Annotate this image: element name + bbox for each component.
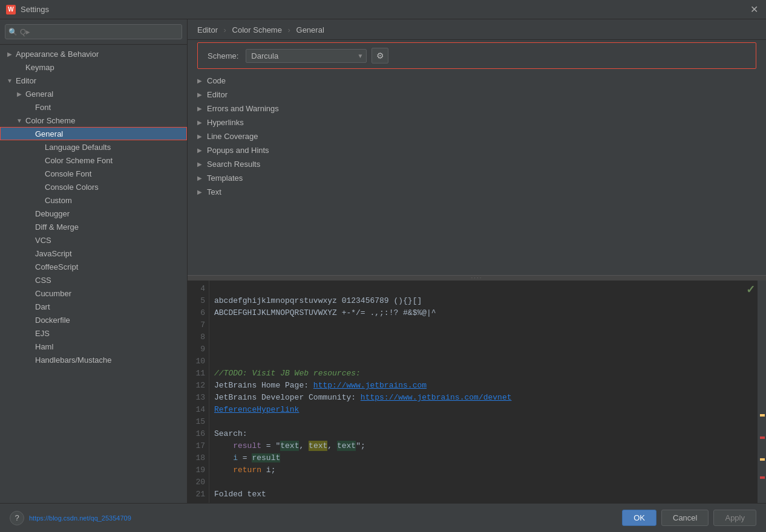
settings-item-text[interactable]: ▶ Text [188, 185, 766, 199]
var-i: i [233, 453, 238, 462]
sidebar-item-css[interactable]: CSS [0, 273, 187, 287]
sidebar-item-label: Language Defaults [45, 143, 111, 152]
sidebar-item-font[interactable]: Font [0, 100, 187, 114]
settings-item-errors[interactable]: ▶ Errors and Warnings [188, 102, 766, 115]
ref-hyperlink[interactable]: ReferenceHyperlink [214, 405, 299, 414]
right-panel: Editor › Color Scheme › General Scheme: … [188, 19, 766, 503]
minimap-marker-red [760, 436, 765, 439]
arrow-icon [15, 62, 24, 72]
arrow-icon [24, 209, 34, 218]
sidebar-item-coffeescript[interactable]: CoffeeScript [0, 260, 187, 273]
breadcrumb-general: General [296, 25, 324, 34]
todo-comment: //TODO: Visit JB Web resources: [214, 369, 361, 378]
sidebar-item-diff-merge[interactable]: Diff & Merge [0, 220, 187, 233]
sidebar-item-appearance[interactable]: ▶ Appearance & Behavior [0, 47, 187, 60]
sidebar-item-dart[interactable]: Dart [0, 300, 187, 313]
expand-icon: ▶ [197, 105, 202, 112]
bottom-link[interactable]: https://blog.csdn.net/qq_25354709 [29, 514, 617, 522]
settings-item-label: Errors and Warnings [207, 104, 279, 113]
folded-text: Folded text [214, 490, 266, 499]
settings-item-label: Popups and Hints [207, 146, 269, 155]
code-line-15 [214, 416, 753, 428]
search-input[interactable] [5, 24, 182, 39]
settings-item-popups[interactable]: ▶ Popups and Hints [188, 143, 766, 157]
equals: = " [261, 441, 280, 450]
settings-item-editor[interactable]: ▶ Editor [188, 88, 766, 102]
assign: = [238, 453, 252, 462]
sidebar-item-editor[interactable]: ▼ Editor [0, 74, 187, 87]
scheme-select-wrap: Darcula Default High contrast ▼ [246, 49, 367, 63]
sidebar-item-color-scheme[interactable]: ▼ Color Scheme [0, 114, 187, 127]
close-button[interactable]: ✕ [748, 4, 760, 16]
expand-icon: ▶ [197, 189, 202, 195]
sidebar-item-label: Color Scheme Font [45, 156, 113, 165]
search-icon: 🔍 [8, 28, 18, 36]
link-devnet[interactable]: https://www.jetbrains.com/devnet [361, 393, 512, 402]
sidebar-item-console-colors[interactable]: Console Colors [0, 180, 187, 193]
settings-item-search-results[interactable]: ▶ Search Results [188, 157, 766, 171]
breadcrumb-sep1: › [224, 25, 226, 34]
sidebar-item-label: Diff & Merge [35, 222, 79, 232]
text-highlight-3: text [337, 441, 356, 451]
gear-button[interactable]: ⚙ [372, 48, 388, 63]
sidebar-item-console-font[interactable]: Console Font [0, 167, 187, 180]
code-line-12: JetBrains Home Page: http://www.jetbrain… [214, 380, 753, 392]
code-line-21: Folded text [214, 488, 753, 501]
code-line-8 [214, 331, 753, 343]
sidebar-item-language-defaults[interactable]: Language Defaults [0, 140, 187, 154]
expand-icon: ▶ [197, 119, 202, 126]
sidebar-item-label: Console Colors [45, 183, 99, 192]
apply-button[interactable]: Apply [713, 510, 756, 526]
sidebar-item-label: JavaScript [35, 249, 72, 258]
code-line-13: JetBrains Developer Community: https://w… [214, 392, 753, 404]
cancel-button[interactable]: Cancel [661, 510, 709, 526]
sidebar-item-debugger[interactable]: Debugger [0, 207, 187, 220]
sidebar-item-handlebars[interactable]: Handlebars/Mustache [0, 353, 187, 366]
expand-icon: ▶ [197, 133, 202, 140]
ok-button[interactable]: OK [622, 510, 656, 526]
sidebar-item-color-scheme-font[interactable]: Color Scheme Font [0, 154, 187, 167]
titlebar: W Settings ✕ [0, 0, 766, 19]
settings-item-label: Text [207, 187, 221, 196]
app-icon: W [6, 5, 16, 15]
code-line-10 [214, 355, 753, 368]
sidebar-item-label: Console Font [45, 169, 91, 178]
sidebar-item-keymap[interactable]: Keymap [0, 60, 187, 74]
arrow-icon [24, 248, 34, 258]
help-button[interactable]: ? [10, 511, 24, 525]
sidebar-item-label: General [35, 129, 63, 138]
sidebar-item-label: Appearance & Behavior [16, 50, 99, 59]
sidebar-item-ejs[interactable]: EJS [0, 326, 187, 340]
search-label: Search: [214, 429, 247, 438]
expand-icon: ▶ [197, 147, 202, 154]
settings-item-code[interactable]: ▶ Code [188, 74, 766, 88]
settings-item-hyperlinks[interactable]: ▶ Hyperlinks [188, 115, 766, 129]
scheme-dropdown[interactable]: Darcula Default High contrast [246, 49, 367, 63]
settings-item-label: Editor [207, 90, 228, 99]
sidebar-item-general-cs[interactable]: General [0, 127, 187, 140]
main-content: 🔍 ▶ Appearance & Behavior Keymap ▼ Edito… [0, 19, 766, 503]
arrow-icon [24, 288, 34, 298]
sidebar-item-cucumber[interactable]: Cucumber [0, 287, 187, 300]
comma2: , [327, 441, 337, 450]
settings-tree-area: ▶ Code ▶ Editor ▶ Errors and Warnings ▶ … [188, 71, 766, 276]
indent [214, 465, 233, 475]
sidebar-item-haml[interactable]: Haml [0, 340, 187, 353]
sidebar-item-vcs[interactable]: VCS [0, 233, 187, 247]
semicolon: "; [356, 441, 365, 450]
arrow-icon: ▶ [15, 89, 24, 99]
sidebar-item-dockerfile[interactable]: Dockerfile [0, 313, 187, 326]
code-line-9 [214, 343, 753, 355]
link-jetbrains[interactable]: http://www.jetbrains.com [313, 381, 427, 390]
expand-icon: ▶ [197, 91, 202, 98]
settings-item-templates[interactable]: ▶ Templates [188, 171, 766, 185]
sidebar-item-custom[interactable]: Custom [0, 193, 187, 207]
settings-item-line-coverage[interactable]: ▶ Line Coverage [188, 129, 766, 143]
return-kw: return [233, 465, 261, 475]
sidebar-item-general[interactable]: ▶ General [0, 87, 187, 100]
sidebar-item-javascript[interactable]: JavaScript [0, 247, 187, 260]
split-container: ▶ Code ▶ Editor ▶ Errors and Warnings ▶ … [188, 71, 766, 503]
arrow-icon [34, 195, 44, 205]
code-line-16: Search: [214, 428, 753, 440]
sidebar-item-label: CSS [35, 276, 51, 285]
